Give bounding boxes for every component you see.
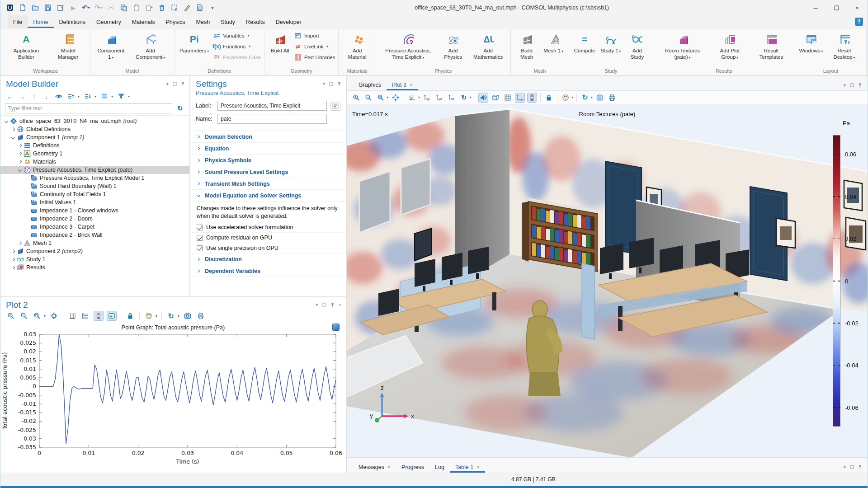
tree-item[interactable]: Impedance 3 - Carpet <box>0 223 189 231</box>
move-up-icon[interactable]: ↑ <box>30 91 38 101</box>
ribbon-button-parameters[interactable]: PiParameters▾ <box>177 29 212 55</box>
tree-item[interactable]: Impedance 2 - Brick Wall <box>0 231 189 239</box>
redo-icon[interactable]: ↷▾ <box>93 2 104 14</box>
panel-menu-icon[interactable]: ▾ <box>166 81 169 87</box>
snapshot-icon[interactable] <box>595 93 605 103</box>
plot-window-badge[interactable] <box>332 324 340 331</box>
tree-expander[interactable] <box>10 250 16 253</box>
close-tab-icon[interactable]: × <box>410 82 413 88</box>
update-plot-icon[interactable]: ↻ <box>166 311 176 321</box>
update-plot-icon[interactable]: ↻ <box>580 93 590 103</box>
new-file-icon[interactable] <box>17 2 28 14</box>
expand-sort-icon[interactable] <box>84 91 92 101</box>
tree-expander[interactable] <box>17 160 23 163</box>
close-panel-icon[interactable]: × <box>339 302 341 308</box>
tree-item[interactable]: DPressure Acoustics, Time Explicit Model… <box>0 174 189 182</box>
plot-arrows-icon[interactable] <box>515 93 525 103</box>
settings-section-model-equation-and-solver-settings[interactable]: Model Equation and Solver Settings <box>190 190 346 202</box>
settings-section-dependent-variables[interactable]: Dependent Variables <box>190 265 346 277</box>
tree-item[interactable]: Geometry 1 <box>0 150 189 158</box>
snapshot-icon[interactable] <box>183 311 193 321</box>
zoom-in-icon[interactable] <box>6 311 16 321</box>
panel-menu-icon[interactable]: ▾ <box>843 464 846 470</box>
ribbon-button-result-templates[interactable]: Result Templates <box>750 29 792 61</box>
label-field[interactable] <box>217 101 327 111</box>
image-grid-icon[interactable] <box>503 93 513 103</box>
tree-item[interactable]: DSound Hard Boundary (Wall) 1 <box>0 182 189 190</box>
ribbon-button-add-material[interactable]: Add Material <box>341 29 373 61</box>
scene-box-icon[interactable] <box>491 93 500 103</box>
zoom-select-icon[interactable] <box>376 93 386 103</box>
tree-item[interactable]: Definitions <box>0 141 189 150</box>
checkbox[interactable] <box>197 225 203 230</box>
tree-item[interactable]: Impedance 1 - Closed windows <box>0 206 189 215</box>
y-grid-icon[interactable] <box>80 311 90 321</box>
go-forward-icon[interactable]: → <box>18 91 26 101</box>
tree-expander[interactable] <box>3 120 9 122</box>
pin-panel-icon[interactable] <box>337 81 341 86</box>
tree-expander[interactable] <box>10 136 16 139</box>
legend-box-icon[interactable] <box>107 311 117 321</box>
preview-icon[interactable] <box>194 2 206 14</box>
ribbon-button-build-all[interactable]: Build All <box>267 29 293 55</box>
float-panel-icon[interactable] <box>322 303 326 307</box>
panel-menu-icon[interactable]: ▾ <box>843 82 846 88</box>
save-icon[interactable] <box>42 2 54 14</box>
lock-axes-icon[interactable] <box>125 311 135 321</box>
menu-item-developer[interactable]: Developer <box>270 15 307 28</box>
menu-item-results[interactable]: Results <box>241 15 270 28</box>
float-panel-icon[interactable] <box>329 82 333 86</box>
ribbon-button-room-textures-pate-[interactable]: Room Textures (pate)▾ <box>656 29 709 61</box>
ribbon-button-livelink[interactable]: ⇄LiveLink▾ <box>294 42 335 51</box>
graphics-viewport[interactable]: z x y Time=0.017 s Room Textures (pate) … <box>347 104 868 457</box>
panel-menu-icon[interactable]: ▾ <box>316 302 318 308</box>
tab-table-1[interactable]: Table 1× <box>450 458 485 473</box>
point-graph-canvas[interactable]: 0.030.0250.020.0150.010.0050-0.005-0.01-… <box>0 331 344 466</box>
tab-progress[interactable]: Progress <box>396 458 429 473</box>
tree-item[interactable]: DContinuity of Total Fields 1 <box>0 190 189 198</box>
select-frame-icon[interactable] <box>169 2 180 14</box>
duplicate-icon[interactable] <box>143 2 155 14</box>
filter-icon[interactable] <box>117 91 125 101</box>
show-more-options-icon[interactable] <box>330 101 340 111</box>
tree-item[interactable]: office_space_63_30T0_N4_ma_out.mph(root) <box>0 117 189 125</box>
cut-icon[interactable]: ✂ <box>105 2 117 14</box>
menu-item-geometry[interactable]: Geometry <box>91 15 127 28</box>
tree-filter-input[interactable] <box>5 103 172 113</box>
sound-icon[interactable] <box>478 93 488 103</box>
settings-section-sound-pressure-level-settings[interactable]: Sound Pressure Level Settings <box>190 166 346 178</box>
pin-panel-icon[interactable] <box>181 81 185 86</box>
go-to-default-view-icon[interactable] <box>407 93 417 103</box>
ribbon-button-application-builder[interactable]: AApplication Builder <box>4 29 49 61</box>
view-xy-icon[interactable]: xy <box>422 93 432 103</box>
pin-panel-icon[interactable] <box>858 83 862 88</box>
tree-item[interactable]: Component 2(comp2) <box>0 247 189 255</box>
menu-item-file[interactable]: File <box>8 15 28 28</box>
save-as-icon[interactable] <box>55 2 66 14</box>
float-panel-icon[interactable] <box>173 82 177 86</box>
tree-expander[interactable] <box>17 242 23 244</box>
zoom-out-icon[interactable] <box>363 93 373 103</box>
ribbon-button-reset-desktop[interactable]: ↻Reset Desktop▾ <box>825 29 864 61</box>
settings-section-physics-symbols[interactable]: Physics Symbols <box>190 155 346 166</box>
checkbox[interactable] <box>197 245 203 251</box>
color-legend-icon[interactable] <box>94 311 104 321</box>
tree-item[interactable]: Impedance 2 - Doors <box>0 215 189 223</box>
checkbox[interactable] <box>197 235 203 241</box>
panel-menu-icon[interactable]: ▾ <box>322 81 325 87</box>
tab-graphics[interactable]: Graphics <box>353 76 387 90</box>
copy-icon[interactable] <box>118 2 130 14</box>
tree-expander[interactable] <box>17 169 23 171</box>
tree-item[interactable]: Component 1(comp 1) <box>0 133 189 141</box>
node-display-icon[interactable] <box>100 91 108 101</box>
tree-item[interactable]: Results <box>0 263 189 272</box>
undo-icon[interactable]: ↶▾ <box>80 2 92 14</box>
ribbon-button-add-study[interactable]: Add Study <box>624 29 651 61</box>
settings-section-domain-selection[interactable]: Domain Selection <box>190 131 346 143</box>
float-panel-icon[interactable] <box>850 83 854 87</box>
menu-item-physics[interactable]: Physics <box>160 15 190 28</box>
maximize-button[interactable] <box>826 0 847 15</box>
ribbon-button-compute[interactable]: =Compute <box>571 29 598 55</box>
tab-messages[interactable]: Messages× <box>353 458 396 473</box>
menu-item-materials[interactable]: Materials <box>127 15 160 28</box>
